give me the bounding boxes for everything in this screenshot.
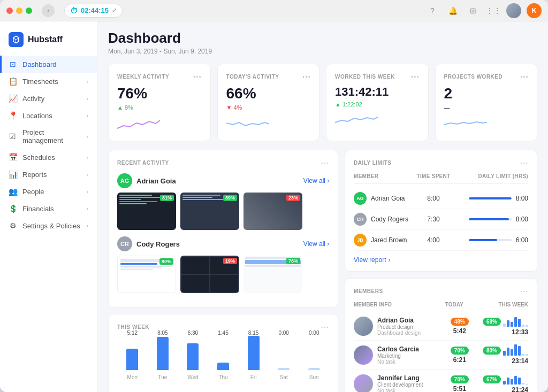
badge-78: 78%	[286, 258, 300, 264]
view-all-cr[interactable]: View all ›	[303, 240, 329, 248]
main-content: Dashboard Mon, Jun 3, 2019 - Sun, Jun 9,…	[97, 21, 548, 392]
sidebar-item-people[interactable]: 👥 People ›	[0, 183, 97, 200]
bar-value: 0:00	[309, 330, 319, 336]
stat-change-worked: ▲ 1:22:02	[335, 101, 420, 107]
user-avatar[interactable]	[506, 3, 521, 18]
members-card: MEMBERS ⋯ Member info Today This week Ad…	[345, 278, 537, 392]
table-row: AG Adrian Goia 8:00 8:00	[354, 188, 528, 209]
member-week: 80% 23:14	[482, 345, 528, 365]
worked-sparkline	[335, 112, 378, 128]
close-button[interactable]	[6, 7, 13, 14]
stat-card-weekly: WEEKLY ACTIVITY ⋯ 76% ▲ 9%	[108, 64, 211, 141]
page-title: Dashboard	[108, 30, 537, 47]
progress-bar	[469, 218, 512, 220]
reports-icon: 📊	[9, 170, 17, 179]
list-item: Adrian Goia Product design Dashboard des…	[354, 312, 528, 341]
sidebar-item-dashboard[interactable]: ⊡ Dashboard	[0, 56, 97, 73]
bar-day: Wed	[187, 374, 198, 380]
screenshot-1[interactable]: 81%	[117, 193, 176, 230]
bar-day: Thu	[218, 374, 227, 380]
member-name: Jared Brown	[371, 236, 407, 244]
mini-bar	[511, 322, 513, 327]
recent-activity-menu[interactable]: ⋯	[321, 158, 329, 168]
screenshot-2[interactable]: 89%	[180, 193, 239, 230]
list-item: Jennifer Lang Client development No task…	[354, 370, 528, 392]
mini-bar	[522, 354, 524, 356]
grid-icon[interactable]: ⊞	[466, 3, 481, 18]
screenshot-4[interactable]: 90%	[117, 256, 176, 293]
activity-user-row-1: AG Adrian Goia View all ›	[117, 173, 329, 188]
dl-col-time: Time spent	[414, 173, 454, 179]
sidebar-item-settings[interactable]: ⚙ Settings & Policies ›	[0, 217, 97, 234]
member-name: Jennifer Lang	[377, 374, 437, 382]
mini-bar	[503, 351, 506, 356]
view-all-ag[interactable]: View all ›	[303, 177, 329, 185]
member-today: 70% 5:51	[442, 375, 478, 393]
screenshot-6[interactable]: 78%	[243, 256, 302, 293]
stat-card-projects: PROJECTS WORKED ⋯ 2 —	[435, 64, 538, 141]
back-button[interactable]: ‹	[42, 4, 55, 17]
weekly-menu[interactable]: ⋯	[193, 72, 202, 82]
mini-bar	[503, 381, 506, 385]
today-sparkline	[226, 115, 269, 131]
help-icon[interactable]: ?	[425, 3, 440, 18]
mini-bar	[507, 378, 509, 385]
mini-bar	[511, 379, 513, 385]
maximize-button[interactable]	[26, 7, 32, 14]
recent-activity-title: RECENT ACTIVITY	[117, 160, 169, 166]
sidebar-label-schedules: Schedules	[22, 153, 55, 162]
screenshot-5[interactable]: 19%	[180, 256, 239, 293]
today-menu[interactable]: ⋯	[302, 72, 311, 82]
sidebar-label-reports: Reports	[22, 171, 47, 179]
dl-time-col: 7:30	[414, 216, 454, 223]
timer-pill[interactable]: ⏱ 02:44:15 ⤢	[64, 4, 123, 18]
member-info: Carlos Garcia Marketing No task	[377, 345, 437, 365]
timer-value: 02:44:15	[81, 6, 109, 14]
sidebar-item-timesheets[interactable]: 📋 Timesheets ›	[0, 73, 97, 90]
members-menu[interactable]: ⋯	[520, 286, 528, 296]
sidebar-item-locations[interactable]: 📍 Locations ›	[0, 107, 97, 124]
bar-rect	[157, 337, 169, 370]
chevron-icon: ›	[87, 79, 88, 84]
notification-icon[interactable]: 🔔	[445, 3, 460, 18]
bar-rect	[308, 368, 320, 370]
sidebar-label-dashboard: Dashboard	[22, 60, 57, 68]
member-role: Product design	[377, 324, 437, 330]
sidebar-item-project-management[interactable]: ☑ Project management ›	[0, 124, 97, 149]
sidebar-label-project: Project management	[22, 128, 87, 144]
user-initial-badge[interactable]: K	[527, 3, 542, 18]
mini-bar	[507, 320, 509, 327]
bar-value: 6:30	[188, 330, 198, 336]
stat-label-worked: WORKED THIS WEEK	[335, 74, 395, 80]
stat-change-today: ▼ 4%	[226, 104, 311, 111]
daily-limits-menu[interactable]: ⋯	[520, 158, 528, 168]
view-report-dl[interactable]: View report ›	[354, 256, 528, 264]
projects-menu[interactable]: ⋯	[520, 72, 529, 82]
sidebar-item-schedules[interactable]: 📅 Schedules ›	[0, 149, 97, 166]
sidebar-item-financials[interactable]: 💲 Financials ›	[0, 200, 97, 217]
financials-icon: 💲	[9, 204, 17, 213]
sidebar-item-reports[interactable]: 📊 Reports ›	[0, 166, 97, 183]
user-avatar-ag: AG	[117, 173, 132, 188]
screenshot-3[interactable]: 23%	[243, 193, 302, 230]
member-week: 68% 12:33	[482, 316, 528, 336]
logo: Hubstaff	[0, 28, 97, 56]
bar-rect	[248, 336, 260, 370]
minimize-button[interactable]	[16, 7, 22, 14]
dashboard-icon: ⊡	[9, 60, 17, 68]
progress-fill	[469, 239, 498, 241]
progress-fill	[469, 197, 512, 199]
screenshots-row-cr: 90% 19%	[117, 256, 329, 293]
member-role: Client development	[377, 382, 437, 388]
bar-rect	[187, 343, 199, 370]
external-icon: ⤢	[112, 7, 117, 14]
dl-col-limit: Daily limit (hrs)	[453, 173, 528, 179]
user-name-cr: Cody Rogers	[136, 240, 180, 248]
mini-bar	[514, 344, 517, 356]
traffic-lights	[6, 7, 32, 14]
worked-menu[interactable]: ⋯	[410, 72, 420, 82]
stat-card-worked: WORKED THIS WEEK ⋯ 131:42:11 ▲ 1:22:02	[326, 64, 429, 141]
apps-icon[interactable]: ⋮⋮	[486, 3, 501, 18]
table-row: CR Cody Rogers 7:30 8:00	[354, 209, 528, 230]
sidebar-item-activity[interactable]: 📈 Activity ›	[0, 90, 97, 107]
